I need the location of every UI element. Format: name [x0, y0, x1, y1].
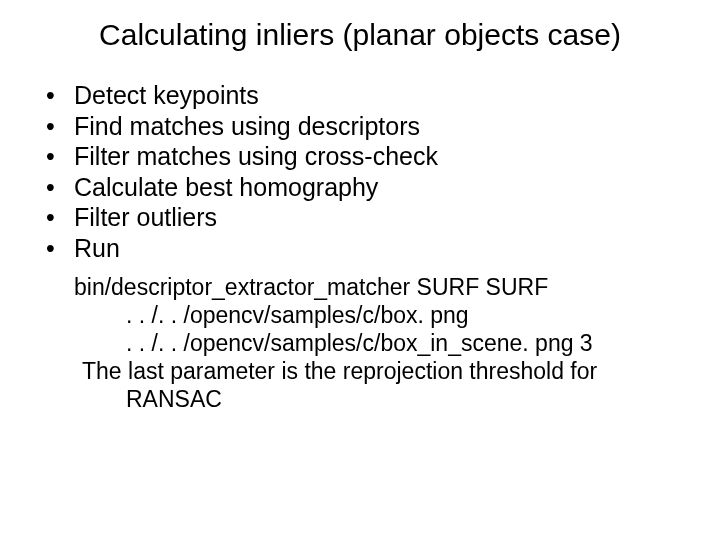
bullet-item: Find matches using descriptors [46, 111, 692, 142]
code-line: . . /. . /opencv/samples/c/box. png [126, 301, 692, 329]
bullet-item: Run [46, 233, 692, 264]
bullet-item: Filter matches using cross-check [46, 141, 692, 172]
code-line: bin/descriptor_extractor_matcher SURF SU… [74, 273, 692, 301]
note-line: The last parameter is the reprojection t… [82, 357, 692, 385]
bullet-item: Detect keypoints [46, 80, 692, 111]
code-line: . . /. . /opencv/samples/c/box_in_scene.… [126, 329, 692, 357]
code-block: bin/descriptor_extractor_matcher SURF SU… [74, 273, 692, 413]
note-line: RANSAC [126, 385, 692, 413]
slide-title: Calculating inliers (planar objects case… [28, 18, 692, 52]
bullet-item: Filter outliers [46, 202, 692, 233]
bullet-item: Calculate best homography [46, 172, 692, 203]
bullet-list: Detect keypoints Find matches using desc… [46, 80, 692, 263]
